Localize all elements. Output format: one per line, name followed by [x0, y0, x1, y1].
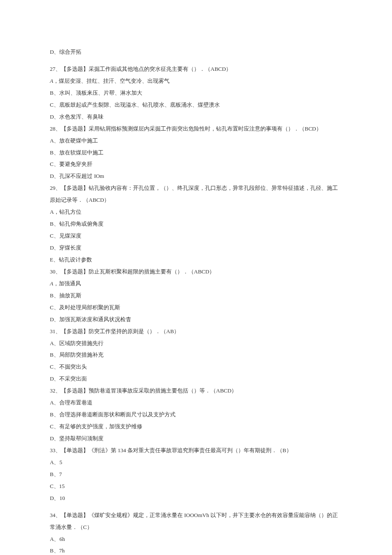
text-line: B、7 — [50, 468, 342, 480]
text-line: C、底板鼓起或产生裂隙、出现溢水、钻孔喷水、底板涌水、煤壁溃水 — [50, 99, 342, 111]
text-line: C、15 — [50, 480, 342, 492]
text-line: D、水色发浑、有臭味 — [50, 111, 342, 123]
text-line: C、有足够的支护强度，加强支护维修 — [50, 421, 342, 433]
text-line: 32、【多选题】预防巷道冒顶事故应采取的措施主要包括（）等．（ABCD） — [50, 385, 342, 397]
text-line: 28、【多选题】采用钻屑指标预测煤层内采掘工作面突出危险性时，钻孔布置时应注意的… — [50, 123, 342, 135]
text-line: B、放在软煤层中施工 — [50, 147, 342, 159]
text-line: 33、【单选题】《刑法》第 134 条对重大责任事故罪追究刑事责任最高可判（）年… — [50, 445, 342, 456]
document-body: D、综合开拓 27、【多选题】采掘工作面或其他地点的突水征兆主要有（）．（ABC… — [50, 46, 342, 555]
text-line: B、水叫、顶板来压、片帮、淋水加大 — [50, 87, 342, 99]
text-line: A、放在硬煤中施工 — [50, 135, 342, 147]
text-line: D、综合开拓 — [50, 46, 342, 58]
text-line: D、10 — [50, 492, 342, 504]
option-text: ，加强通风 — [53, 280, 81, 287]
text-line: A、合理布置巷道 — [50, 397, 342, 409]
text-line: 30、【多选题】防止瓦斯积聚和超限的措施主要有（）．（ABCD） — [50, 266, 342, 278]
text-line: A，煤层变湿、挂红、挂汗、空气变冷、出现雾气 — [50, 75, 342, 87]
text-line: A，加强通风 — [50, 278, 342, 290]
text-line: 29、【多选题】钻孔验收内容有：开孔位置，（）、终孔深度，孔口形态，异常孔段部位… — [50, 182, 342, 206]
text-line: D、穿煤长度 — [50, 242, 342, 254]
text-line: B、7h — [50, 545, 342, 555]
text-line: D、不采突出面 — [50, 373, 342, 385]
text-line: C、要避免穿夹肝 — [50, 158, 342, 170]
text-line: C、见煤深度 — [50, 230, 342, 242]
text-line: D、加强瓦斯浓度和通风状况检杳 — [50, 314, 342, 325]
text-line: B、合理选择巷道断面形状和断面尺寸以及支护方式 — [50, 409, 342, 421]
option-prefix: A — [50, 78, 53, 84]
text-line: 31、【多选题】防突工作坚持的原则是（）．（AB） — [50, 325, 342, 337]
text-line: A、6h — [50, 533, 342, 545]
text-line: 27、【多选题】采掘工作面或其他地点的突水征兆主要有（）．（ABCD） — [50, 63, 342, 75]
text-line: B、局部防突措施补充 — [50, 349, 342, 361]
text-line: A、5 — [50, 456, 342, 468]
text-line: 34、【单选题】《煤旷安全规程》规定，正常涌水量在 IOOOmVh 以下时，井下… — [50, 509, 342, 533]
blank-line — [50, 504, 342, 509]
text-line: A、区域防突措施先行 — [50, 337, 342, 349]
text-line: E、钻孔设计参数 — [50, 254, 342, 266]
text-line: A，钻孔方位 — [50, 206, 342, 218]
option-text: ，煤层变湿、挂红、挂汗、空气变冷、出现雾气 — [53, 78, 170, 84]
text-line: B、抽放瓦斯 — [50, 290, 342, 302]
text-line: D、孔深不应超过 IOm — [50, 170, 342, 182]
blank-line — [50, 58, 342, 63]
text-line: C、不掘突出头 — [50, 361, 342, 373]
option-prefix: A — [50, 280, 53, 287]
text-line: B、钻孔仰角或俯角度 — [50, 218, 342, 230]
text-line: C、及时处理局部积聚的瓦斯 — [50, 302, 342, 314]
text-line: D、坚持敲帮问顶制度 — [50, 433, 342, 445]
